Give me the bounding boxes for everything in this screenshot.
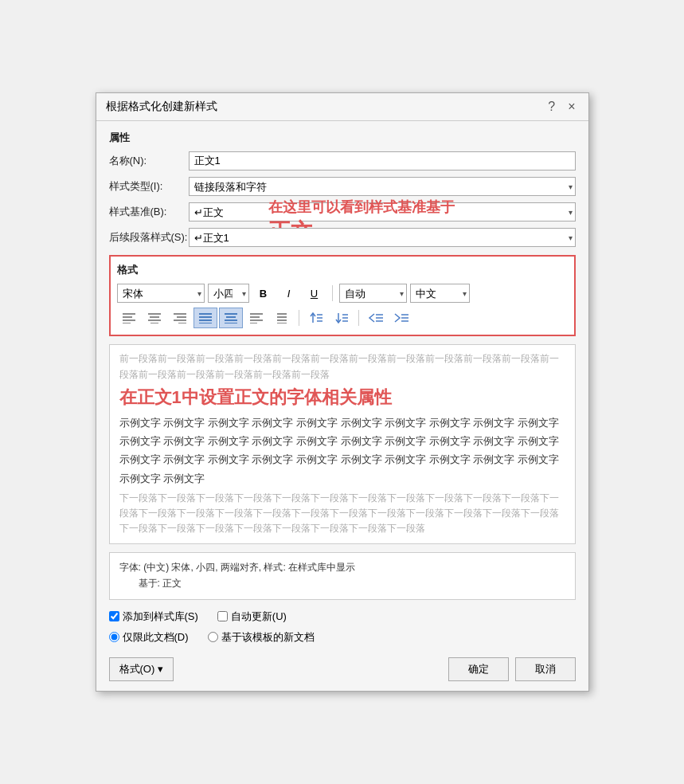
preview-annotation: 在正文1中设置正文的字体相关属性	[119, 386, 565, 410]
format-section: 格式 宋体 ▾ 小四 ▾ B I U	[109, 255, 576, 336]
description-line1: 字体: (中文) 宋体, 小四, 两端对齐, 样式: 在样式库中显示	[119, 559, 565, 575]
dialog-body: 属性 名称(N): 样式类型(I): 链接段落和字符 ▾ 样式基准(B):	[96, 121, 588, 690]
line-spacing-up-icon	[309, 312, 323, 324]
name-row: 名称(N):	[109, 151, 576, 171]
style-type-row: 样式类型(I): 链接段落和字符 ▾	[109, 177, 576, 196]
name-label: 名称(N):	[109, 154, 189, 168]
only-doc-radio[interactable]	[109, 632, 119, 642]
align-distribute-button[interactable]	[219, 308, 243, 328]
style-type-select-wrapper: 链接段落和字符 ▾	[189, 177, 576, 196]
properties-section: 属性 名称(N): 样式类型(I): 链接段落和字符 ▾ 样式基准(B):	[109, 131, 576, 247]
line-spacing-down-icon	[334, 312, 349, 324]
arrow-icon: ↖	[86, 0, 104, 2]
following-row: 后续段落样式(S): ↵正文1 ▾ ↖	[109, 228, 576, 247]
button-row: 格式(O) ▾ 确定 取消	[109, 657, 576, 681]
auto-update-label[interactable]: 自动更新(U)	[217, 610, 287, 624]
auto-update-text: 自动更新(U)	[231, 610, 287, 624]
close-button[interactable]: ×	[565, 100, 578, 114]
line-spacing-down-button[interactable]	[330, 308, 354, 328]
style-base-select[interactable]: ↵正文	[189, 202, 576, 221]
align-extra2-button[interactable]	[270, 308, 294, 328]
align-left-button[interactable]	[117, 308, 141, 328]
following-select[interactable]: ↵正文1	[189, 228, 576, 247]
underline-button[interactable]: U	[303, 284, 326, 303]
format-toolbar-row2	[117, 308, 568, 328]
align-justify-button[interactable]	[193, 308, 217, 328]
format-button[interactable]: 格式(O) ▾	[109, 657, 174, 681]
format-button-arrow: ▾	[158, 663, 163, 675]
bold-button[interactable]: B	[252, 284, 275, 303]
preview-sample-text: 示例文字 示例文字 示例文字 示例文字 示例文字 示例文字 示例文字 示例文字 …	[119, 414, 565, 488]
title-bar-buttons: ? ×	[545, 100, 578, 114]
auto-update-checkbox[interactable]	[217, 611, 228, 621]
format-toolbar-row1: 宋体 ▾ 小四 ▾ B I U 自动 ▾	[117, 284, 568, 303]
only-doc-label[interactable]: 仅限此文档(D)	[109, 630, 189, 645]
line-spacing-up-button[interactable]	[304, 308, 328, 328]
format-button-label: 格式(O)	[119, 662, 155, 676]
align-justify-icon	[199, 312, 212, 323]
align-right-icon	[174, 312, 186, 323]
help-button[interactable]: ?	[545, 100, 558, 114]
following-select-wrapper: ↵正文1 ▾	[189, 228, 576, 247]
align-right-button[interactable]	[168, 308, 192, 328]
preview-area: 前一段落前一段落前一段落前一段落前一段落前一段落前一段落前一段落前一段落前一段落…	[109, 344, 576, 543]
dialog-title: 根据格式化创建新样式	[106, 100, 217, 114]
align-extra1-button[interactable]	[244, 308, 268, 328]
style-base-select-wrapper: ↵正文 ▾	[189, 202, 576, 221]
indent-right-icon	[393, 312, 409, 323]
add-to-styles-label[interactable]: 添加到样式库(S)	[109, 610, 198, 624]
new-doc-radio[interactable]	[208, 632, 218, 642]
indent-left-button[interactable]	[364, 308, 388, 328]
style-type-label: 样式类型(I):	[109, 179, 189, 194]
color-select[interactable]: 自动	[339, 284, 407, 303]
align-extra1-icon	[250, 312, 263, 323]
style-base-row: 样式基准(B): ↵正文 ▾ 在这里可以看到样式基准基于 正文	[109, 202, 576, 221]
add-to-styles-checkbox[interactable]	[109, 611, 119, 621]
cancel-button[interactable]: 取消	[515, 657, 576, 681]
description-area: 字体: (中文) 宋体, 小四, 两端对齐, 样式: 在样式库中显示 基于: 正…	[109, 552, 576, 600]
title-bar: 根据格式化创建新样式 ? ×	[96, 93, 588, 121]
preview-next-text: 下一段落下一段落下一段落下一段落下一段落下一段落下一段落下一段落下一段落下一段落…	[119, 491, 565, 537]
following-label: 后续段落样式(S):	[109, 230, 189, 245]
ok-cancel-buttons: 确定 取消	[448, 657, 576, 681]
italic-button[interactable]: I	[278, 284, 300, 303]
align-center-icon	[148, 312, 161, 323]
align-left-icon	[123, 312, 135, 323]
name-input[interactable]	[189, 151, 576, 171]
toolbar-separator3	[358, 310, 359, 326]
style-base-label: 样式基准(B):	[109, 205, 189, 219]
only-doc-text: 仅限此文档(D)	[123, 630, 189, 645]
bottom-checkboxes: 添加到样式库(S) 自动更新(U)	[109, 610, 576, 624]
ok-button[interactable]: 确定	[448, 657, 509, 681]
toolbar-separator2	[299, 310, 299, 326]
toolbar-separator1	[332, 285, 333, 301]
radio-row: 仅限此文档(D) 基于该模板的新文档	[109, 630, 576, 645]
size-select[interactable]: 小四	[208, 284, 249, 303]
dialog-window: 根据格式化创建新样式 ? × 属性 名称(N): 样式类型(I): 链接段落和字…	[96, 92, 589, 691]
preview-prev-text: 前一段落前一段落前一段落前一段落前一段落前一段落前一段落前一段落前一段落前一段落…	[119, 351, 565, 382]
new-doc-label[interactable]: 基于该模板的新文档	[208, 630, 315, 645]
lang-select[interactable]: 中文	[410, 284, 470, 303]
size-select-wrapper: 小四 ▾	[208, 284, 249, 303]
align-distribute-icon	[225, 312, 237, 323]
align-center-button[interactable]	[143, 308, 166, 328]
new-doc-text: 基于该模板的新文档	[221, 630, 315, 645]
align-extra2-icon	[276, 312, 288, 323]
lang-select-wrapper: 中文 ▾	[410, 284, 470, 303]
add-to-styles-text: 添加到样式库(S)	[123, 610, 198, 624]
indent-left-icon	[368, 312, 384, 323]
font-select-wrapper: 宋体 ▾	[117, 284, 205, 303]
properties-label: 属性	[109, 131, 576, 145]
font-select[interactable]: 宋体	[117, 284, 205, 303]
color-select-wrapper: 自动 ▾	[339, 284, 407, 303]
format-label: 格式	[117, 263, 568, 277]
indent-right-button[interactable]	[389, 308, 413, 328]
description-line2: 基于: 正文	[119, 575, 565, 591]
style-type-select[interactable]: 链接段落和字符	[189, 177, 576, 196]
